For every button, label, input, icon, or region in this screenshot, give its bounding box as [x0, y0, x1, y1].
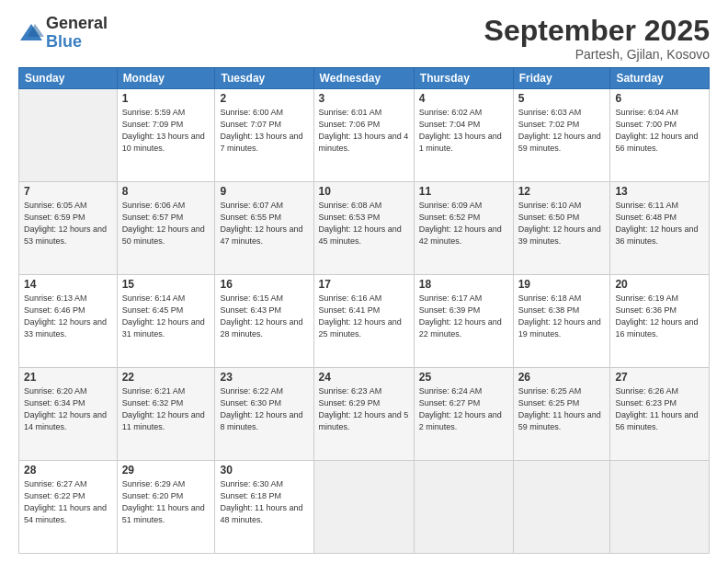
header-row: SundayMondayTuesdayWednesdayThursdayFrid…	[19, 68, 710, 89]
week-row-3: 21Sunrise: 6:20 AMSunset: 6:34 PMDayligh…	[19, 368, 710, 461]
calendar-cell: 30Sunrise: 6:30 AMSunset: 6:18 PMDayligh…	[215, 461, 313, 554]
week-row-4: 28Sunrise: 6:27 AMSunset: 6:22 PMDayligh…	[19, 461, 710, 554]
day-info: Sunrise: 6:14 AMSunset: 6:45 PMDaylight:…	[122, 293, 210, 340]
day-number: 12	[518, 185, 606, 198]
day-info: Sunrise: 6:08 AMSunset: 6:53 PMDaylight:…	[319, 200, 409, 247]
calendar-cell: 11Sunrise: 6:09 AMSunset: 6:52 PMDayligh…	[414, 182, 513, 275]
day-info: Sunrise: 6:23 AMSunset: 6:29 PMDaylight:…	[319, 385, 409, 433]
calendar-cell: 26Sunrise: 6:25 AMSunset: 6:25 PMDayligh…	[513, 368, 610, 461]
header-day-saturday: Saturday	[610, 68, 710, 89]
calendar-header: SundayMondayTuesdayWednesdayThursdayFrid…	[19, 68, 710, 89]
day-number: 10	[319, 185, 409, 198]
title-block: September 2025 Partesh, Gjilan, Kosovo	[484, 15, 710, 62]
calendar-cell: 1Sunrise: 5:59 AMSunset: 7:09 PMDaylight…	[117, 89, 215, 182]
calendar-cell: 28Sunrise: 6:27 AMSunset: 6:22 PMDayligh…	[19, 461, 118, 554]
calendar-cell: 24Sunrise: 6:23 AMSunset: 6:29 PMDayligh…	[313, 368, 414, 461]
day-info: Sunrise: 6:00 AMSunset: 7:07 PMDaylight:…	[220, 107, 308, 155]
day-info: Sunrise: 6:25 AMSunset: 6:25 PMDaylight:…	[518, 385, 606, 433]
page: General Blue September 2025 Partesh, Gji…	[0, 0, 728, 563]
day-info: Sunrise: 6:22 AMSunset: 6:30 PMDaylight:…	[220, 385, 308, 433]
calendar-cell: 27Sunrise: 6:26 AMSunset: 6:23 PMDayligh…	[610, 368, 710, 461]
day-info: Sunrise: 6:29 AMSunset: 6:20 PMDaylight:…	[122, 478, 210, 526]
header-day-wednesday: Wednesday	[313, 68, 414, 89]
day-info: Sunrise: 6:13 AMSunset: 6:46 PMDaylight:…	[24, 293, 112, 340]
calendar-body: 1Sunrise: 5:59 AMSunset: 7:09 PMDaylight…	[19, 89, 710, 554]
calendar-cell	[513, 461, 610, 554]
header: General Blue September 2025 Partesh, Gji…	[18, 15, 710, 62]
calendar-cell: 20Sunrise: 6:19 AMSunset: 6:36 PMDayligh…	[610, 275, 710, 368]
day-number: 26	[518, 371, 606, 384]
day-info: Sunrise: 6:21 AMSunset: 6:32 PMDaylight:…	[122, 385, 210, 433]
calendar-cell: 3Sunrise: 6:01 AMSunset: 7:06 PMDaylight…	[313, 89, 414, 182]
header-day-sunday: Sunday	[19, 68, 118, 89]
day-number: 16	[220, 278, 308, 291]
calendar-cell: 16Sunrise: 6:15 AMSunset: 6:43 PMDayligh…	[215, 275, 313, 368]
calendar-cell: 25Sunrise: 6:24 AMSunset: 6:27 PMDayligh…	[414, 368, 513, 461]
day-number: 18	[419, 278, 508, 291]
calendar-cell: 17Sunrise: 6:16 AMSunset: 6:41 PMDayligh…	[313, 275, 414, 368]
week-row-0: 1Sunrise: 5:59 AMSunset: 7:09 PMDaylight…	[19, 89, 710, 182]
calendar-cell: 6Sunrise: 6:04 AMSunset: 7:00 PMDaylight…	[610, 89, 710, 182]
header-day-tuesday: Tuesday	[215, 68, 313, 89]
day-number: 7	[24, 185, 112, 198]
day-number: 5	[518, 92, 606, 105]
calendar-cell: 23Sunrise: 6:22 AMSunset: 6:30 PMDayligh…	[215, 368, 313, 461]
calendar-cell	[610, 461, 710, 554]
calendar-cell: 12Sunrise: 6:10 AMSunset: 6:50 PMDayligh…	[513, 182, 610, 275]
day-info: Sunrise: 5:59 AMSunset: 7:09 PMDaylight:…	[122, 107, 210, 155]
day-number: 6	[615, 92, 704, 105]
day-number: 4	[419, 92, 508, 105]
calendar-cell: 22Sunrise: 6:21 AMSunset: 6:32 PMDayligh…	[117, 368, 215, 461]
day-info: Sunrise: 6:26 AMSunset: 6:23 PMDaylight:…	[615, 385, 704, 433]
day-number: 21	[24, 371, 112, 384]
day-info: Sunrise: 6:20 AMSunset: 6:34 PMDaylight:…	[24, 385, 112, 433]
calendar-cell: 4Sunrise: 6:02 AMSunset: 7:04 PMDaylight…	[414, 89, 513, 182]
logo-text: General Blue	[46, 15, 108, 52]
day-info: Sunrise: 6:02 AMSunset: 7:04 PMDaylight:…	[419, 107, 508, 155]
day-number: 28	[24, 464, 112, 477]
day-info: Sunrise: 6:16 AMSunset: 6:41 PMDaylight:…	[319, 293, 409, 340]
day-number: 14	[24, 278, 112, 291]
calendar-cell: 9Sunrise: 6:07 AMSunset: 6:55 PMDaylight…	[215, 182, 313, 275]
day-number: 19	[518, 278, 606, 291]
day-number: 8	[122, 185, 210, 198]
day-info: Sunrise: 6:06 AMSunset: 6:57 PMDaylight:…	[122, 200, 210, 247]
day-info: Sunrise: 6:18 AMSunset: 6:38 PMDaylight:…	[518, 293, 606, 340]
day-info: Sunrise: 6:11 AMSunset: 6:48 PMDaylight:…	[615, 200, 704, 247]
day-info: Sunrise: 6:01 AMSunset: 7:06 PMDaylight:…	[319, 107, 409, 155]
day-info: Sunrise: 6:30 AMSunset: 6:18 PMDaylight:…	[220, 478, 308, 526]
calendar-cell: 15Sunrise: 6:14 AMSunset: 6:45 PMDayligh…	[117, 275, 215, 368]
day-info: Sunrise: 6:04 AMSunset: 7:00 PMDaylight:…	[615, 107, 704, 155]
logo: General Blue	[18, 15, 108, 52]
day-number: 22	[122, 371, 210, 384]
day-number: 17	[319, 278, 409, 291]
calendar-cell	[414, 461, 513, 554]
calendar-cell	[313, 461, 414, 554]
location-label: Partesh, Gjilan, Kosovo	[484, 47, 710, 62]
day-info: Sunrise: 6:24 AMSunset: 6:27 PMDaylight:…	[419, 385, 508, 433]
header-day-friday: Friday	[513, 68, 610, 89]
calendar-cell: 14Sunrise: 6:13 AMSunset: 6:46 PMDayligh…	[19, 275, 118, 368]
day-info: Sunrise: 6:10 AMSunset: 6:50 PMDaylight:…	[518, 200, 606, 247]
day-number: 24	[319, 371, 409, 384]
day-info: Sunrise: 6:15 AMSunset: 6:43 PMDaylight:…	[220, 293, 308, 340]
day-number: 23	[220, 371, 308, 384]
day-info: Sunrise: 6:03 AMSunset: 7:02 PMDaylight:…	[518, 107, 606, 155]
day-info: Sunrise: 6:27 AMSunset: 6:22 PMDaylight:…	[24, 478, 112, 526]
month-title: September 2025	[484, 15, 710, 47]
calendar-cell: 10Sunrise: 6:08 AMSunset: 6:53 PMDayligh…	[313, 182, 414, 275]
day-number: 2	[220, 92, 308, 105]
calendar-cell: 19Sunrise: 6:18 AMSunset: 6:38 PMDayligh…	[513, 275, 610, 368]
calendar-cell: 18Sunrise: 6:17 AMSunset: 6:39 PMDayligh…	[414, 275, 513, 368]
calendar-cell: 8Sunrise: 6:06 AMSunset: 6:57 PMDaylight…	[117, 182, 215, 275]
calendar-cell: 13Sunrise: 6:11 AMSunset: 6:48 PMDayligh…	[610, 182, 710, 275]
calendar-cell	[19, 89, 118, 182]
calendar-table: SundayMondayTuesdayWednesdayThursdayFrid…	[18, 67, 710, 554]
day-number: 1	[122, 92, 210, 105]
day-info: Sunrise: 6:09 AMSunset: 6:52 PMDaylight:…	[419, 200, 508, 247]
week-row-1: 7Sunrise: 6:05 AMSunset: 6:59 PMDaylight…	[19, 182, 710, 275]
logo-blue-label: Blue	[46, 33, 108, 52]
day-number: 13	[615, 185, 704, 198]
day-number: 25	[419, 371, 508, 384]
day-info: Sunrise: 6:07 AMSunset: 6:55 PMDaylight:…	[220, 200, 308, 247]
